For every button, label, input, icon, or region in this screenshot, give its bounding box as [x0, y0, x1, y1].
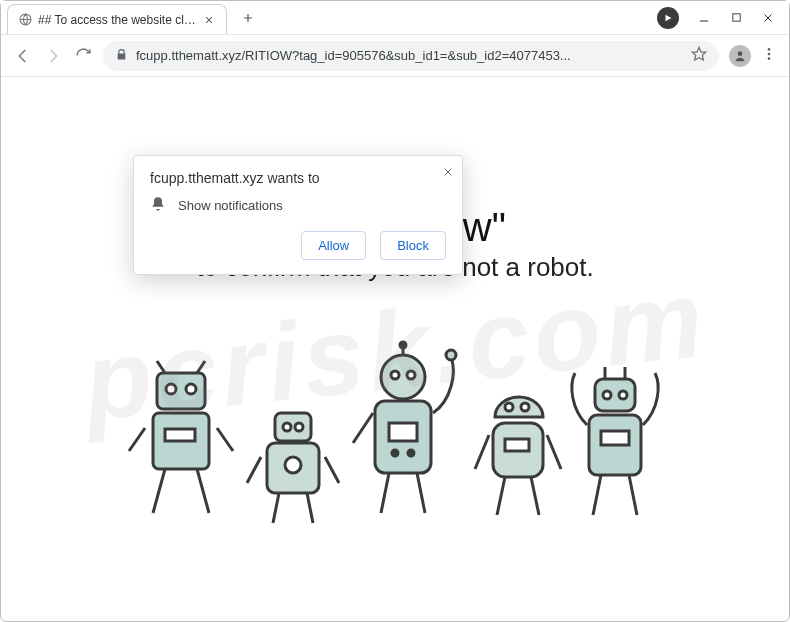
svg-line-48	[531, 477, 539, 515]
svg-line-27	[307, 493, 313, 523]
block-button[interactable]: Block	[380, 231, 446, 260]
profile-avatar[interactable]	[729, 45, 751, 67]
svg-line-14	[129, 428, 145, 451]
svg-line-45	[547, 435, 561, 469]
svg-point-38	[408, 450, 414, 456]
lock-icon	[115, 48, 128, 64]
notification-permission-dialog: fcupp.tthematt.xyz wants to Show notific…	[133, 155, 463, 275]
svg-line-47	[497, 477, 505, 515]
close-icon[interactable]	[442, 164, 454, 182]
svg-line-57	[629, 475, 637, 515]
svg-point-29	[381, 355, 425, 399]
tab-close-icon[interactable]	[202, 13, 216, 27]
svg-point-51	[603, 391, 611, 399]
svg-rect-46	[505, 439, 529, 451]
svg-point-7	[768, 57, 771, 60]
svg-rect-36	[389, 423, 417, 441]
svg-rect-55	[601, 431, 629, 445]
svg-line-39	[381, 473, 389, 513]
svg-point-33	[400, 342, 406, 348]
window-maximize-button[interactable]	[729, 11, 743, 25]
bell-icon	[150, 196, 166, 215]
robots-illustration	[115, 313, 675, 557]
window-close-button[interactable]	[761, 11, 775, 25]
svg-line-56	[593, 475, 601, 515]
allow-button[interactable]: Allow	[301, 231, 366, 260]
svg-point-25	[285, 457, 301, 473]
permission-origin-text: fcupp.tthematt.xyz wants to	[150, 170, 446, 186]
window-minimize-button[interactable]	[697, 11, 711, 25]
svg-marker-1	[666, 14, 672, 21]
permission-item-text: Show notifications	[178, 198, 283, 213]
forward-button[interactable]	[43, 46, 63, 66]
svg-point-5	[768, 48, 771, 51]
svg-point-43	[521, 403, 529, 411]
svg-point-42	[505, 403, 513, 411]
svg-point-11	[186, 384, 196, 394]
svg-line-26	[273, 493, 279, 523]
svg-point-35	[446, 350, 456, 360]
svg-line-40	[417, 473, 425, 513]
reload-button[interactable]	[73, 46, 93, 66]
svg-line-12	[157, 361, 165, 373]
extension-badge-icon[interactable]	[657, 7, 679, 29]
svg-point-10	[166, 384, 176, 394]
bookmark-star-icon[interactable]	[691, 46, 707, 65]
svg-line-15	[217, 428, 233, 451]
svg-point-22	[295, 423, 303, 431]
new-tab-button[interactable]	[235, 5, 261, 31]
svg-point-21	[283, 423, 291, 431]
back-button[interactable]	[13, 46, 33, 66]
svg-line-17	[153, 469, 165, 513]
url-text: fcupp.tthematt.xyz/RITIOW?tag_id=905576&…	[136, 48, 571, 63]
svg-rect-20	[275, 413, 311, 441]
svg-rect-2	[732, 14, 739, 21]
svg-point-37	[392, 450, 398, 456]
menu-kebab-icon[interactable]	[761, 46, 777, 66]
svg-line-24	[325, 457, 339, 483]
browser-tab[interactable]: ## To access the website click the	[7, 4, 227, 34]
svg-line-13	[197, 361, 205, 373]
svg-point-4	[738, 51, 743, 56]
address-bar[interactable]: fcupp.tthematt.xyz/RITIOW?tag_id=905576&…	[103, 41, 719, 71]
svg-point-52	[619, 391, 627, 399]
svg-rect-9	[157, 373, 205, 409]
svg-line-34	[353, 413, 373, 443]
svg-rect-16	[165, 429, 195, 441]
svg-line-44	[475, 435, 489, 469]
svg-line-18	[197, 469, 209, 513]
svg-line-23	[247, 457, 261, 483]
globe-icon	[18, 13, 32, 27]
tab-title: ## To access the website click the	[38, 13, 196, 27]
svg-marker-3	[692, 47, 705, 60]
svg-point-6	[768, 52, 771, 55]
svg-point-30	[391, 371, 399, 379]
svg-rect-50	[595, 379, 635, 411]
svg-point-31	[407, 371, 415, 379]
